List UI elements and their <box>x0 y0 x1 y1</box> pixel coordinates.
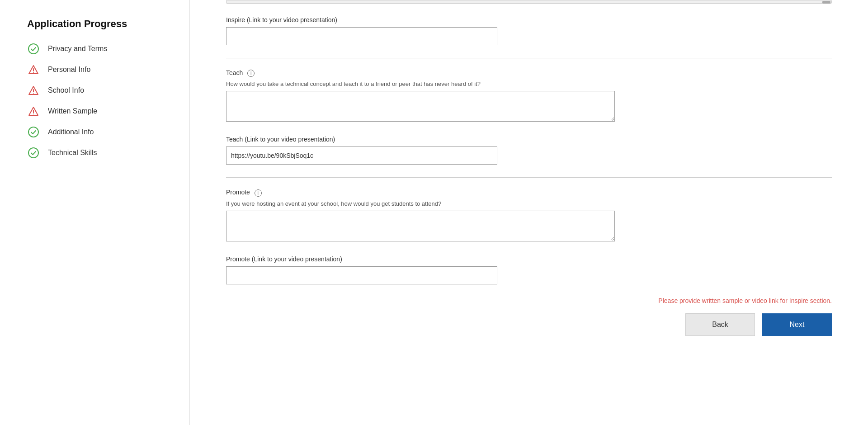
sidebar-item-personal-info[interactable]: Personal Info <box>27 63 171 76</box>
inspire-link-input[interactable] <box>226 27 497 45</box>
svg-point-7 <box>28 127 38 137</box>
teach-link-input[interactable] <box>226 146 497 165</box>
divider-2 <box>226 177 832 178</box>
teach-info-icon[interactable]: i <box>247 70 255 77</box>
main-content: Inspire (Link to your video presentation… <box>190 0 868 425</box>
check-icon-additional <box>27 126 40 138</box>
check-icon-technical <box>27 146 40 159</box>
promote-section: Promote i If you were hosting an event a… <box>226 189 832 242</box>
next-button[interactable]: Next <box>762 313 832 336</box>
inspire-label: Inspire (Link to your video presentation… <box>226 16 832 24</box>
svg-point-4 <box>33 93 34 94</box>
promote-textarea-wrapper <box>226 211 615 243</box>
warning-icon-personal <box>27 63 40 76</box>
promote-sublabel: If you were hosting an event at your sch… <box>226 200 832 207</box>
promote-link-label: Promote (Link to your video presentation… <box>226 255 832 263</box>
sidebar-title: Application Progress <box>27 18 171 30</box>
teach-link-label: Teach (Link to your video presentation) <box>226 136 832 143</box>
teach-link-section: Teach (Link to your video presentation) <box>226 136 832 165</box>
teach-label: Teach i <box>226 69 832 77</box>
promote-link-section: Promote (Link to your video presentation… <box>226 255 832 284</box>
back-button[interactable]: Back <box>685 313 755 336</box>
warning-icon-written <box>27 105 40 118</box>
svg-point-0 <box>28 44 38 54</box>
sidebar-item-additional-info[interactable]: Additional Info <box>27 126 171 138</box>
teach-textarea[interactable] <box>226 91 615 122</box>
sidebar-item-school-info[interactable]: School Info <box>27 84 171 97</box>
sidebar-label-technical-skills: Technical Skills <box>48 149 97 157</box>
scrollbar-thumb <box>822 1 830 4</box>
sidebar-label-additional-info: Additional Info <box>48 128 94 136</box>
sidebar: Application Progress Privacy and Terms P… <box>0 0 190 425</box>
teach-section: Teach i How would you take a technical c… <box>226 69 832 123</box>
warning-icon-school <box>27 84 40 97</box>
promote-link-input[interactable] <box>226 266 497 284</box>
promote-info-icon[interactable]: i <box>255 189 262 197</box>
button-row: Back Next <box>226 313 832 345</box>
promote-textarea[interactable] <box>226 211 615 241</box>
sidebar-item-technical-skills[interactable]: Technical Skills <box>27 146 171 159</box>
sidebar-label-written-sample: Written Sample <box>48 107 97 115</box>
check-icon-privacy <box>27 42 40 55</box>
svg-point-6 <box>33 113 34 114</box>
svg-point-8 <box>28 148 38 158</box>
sidebar-label-personal-info: Personal Info <box>48 66 90 74</box>
promote-label: Promote i <box>226 189 832 196</box>
sidebar-item-privacy-terms[interactable]: Privacy and Terms <box>27 42 171 55</box>
teach-textarea-wrapper <box>226 91 615 123</box>
sidebar-item-written-sample[interactable]: Written Sample <box>27 105 171 118</box>
svg-point-2 <box>33 72 34 73</box>
sidebar-label-school-info: School Info <box>48 86 84 94</box>
inspire-section: Inspire (Link to your video presentation… <box>226 16 832 45</box>
error-message: Please provide written sample or video l… <box>226 297 832 304</box>
divider-1 <box>226 58 832 58</box>
sidebar-label-privacy-terms: Privacy and Terms <box>48 45 107 53</box>
top-scrollbar[interactable] <box>226 0 832 4</box>
teach-sublabel: How would you take a technical concept a… <box>226 80 832 87</box>
